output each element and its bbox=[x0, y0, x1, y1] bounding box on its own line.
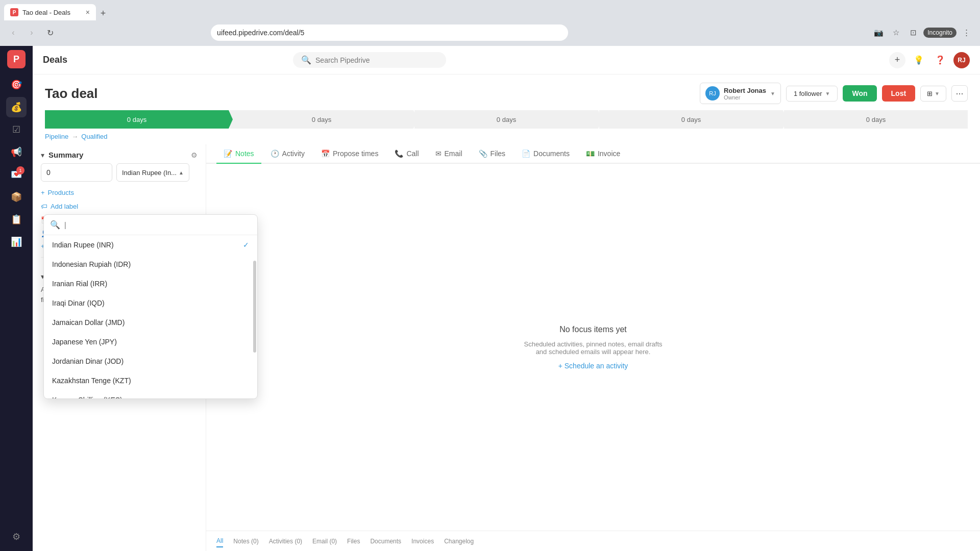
address-bar[interactable]: uifeed.pipedrive.com/deal/5 bbox=[211, 24, 568, 41]
no-focus-title: No focus items yet bbox=[559, 325, 627, 334]
notes-label: Notes bbox=[235, 149, 254, 158]
currency-item-jod[interactable]: Jordanian Dinar (JOD) bbox=[44, 352, 257, 371]
more-options-button[interactable]: ··· bbox=[951, 85, 968, 102]
summary-settings-icon[interactable]: ⚙ bbox=[191, 151, 198, 159]
tab-documents[interactable]: 📄 Documents bbox=[514, 144, 577, 164]
label-icon: 🏷 bbox=[41, 203, 47, 210]
bottom-tab-notes[interactable]: Notes (0) bbox=[233, 536, 258, 547]
star-icon[interactable]: ☆ bbox=[889, 26, 903, 40]
won-button[interactable]: Won bbox=[843, 85, 876, 102]
mail-badge: 1 bbox=[16, 166, 24, 174]
pipeline-stage-3[interactable]: 0 days bbox=[414, 110, 598, 129]
currency-item-iqd[interactable]: Iraqi Dinar (IQD) bbox=[44, 293, 257, 313]
nav-item-campaigns[interactable]: 📢 bbox=[6, 142, 27, 162]
pipeline-stage-4[interactable]: 0 days bbox=[599, 110, 783, 129]
currency-kes-label: Kenyan Shilling (KES) bbox=[52, 396, 122, 398]
nav-item-reports[interactable]: 📋 bbox=[6, 209, 27, 230]
bottom-tab-invoices[interactable]: Invoices bbox=[411, 536, 434, 547]
bottom-tab-activities[interactable]: Activities (0) bbox=[269, 536, 302, 547]
documents-icon: 📄 bbox=[522, 149, 530, 158]
nav-item-settings[interactable]: ⚙ bbox=[6, 527, 27, 547]
tab-call[interactable]: 📞 Call bbox=[387, 144, 426, 164]
add-label-link[interactable]: 🏷 Add label bbox=[41, 199, 198, 213]
owner-avatar: RJ bbox=[705, 86, 720, 101]
follower-button[interactable]: 1 follower ▼ bbox=[786, 86, 838, 102]
bottom-tab-changelog[interactable]: Changelog bbox=[444, 536, 474, 547]
nav-item-goals[interactable]: 🎯 bbox=[6, 74, 27, 95]
summary-collapse-icon[interactable]: ▾ bbox=[41, 151, 44, 159]
browser-tabs: P Tao deal - Deals × + bbox=[0, 0, 980, 20]
extension-icon[interactable]: ⊡ bbox=[906, 26, 920, 40]
tab-email[interactable]: ✉ Email bbox=[428, 144, 470, 164]
user-avatar[interactable]: RJ bbox=[953, 52, 970, 68]
currency-search-input[interactable] bbox=[64, 221, 251, 229]
currency-item-irr[interactable]: Iranian Rial (IRR) bbox=[44, 274, 257, 293]
tab-files[interactable]: 📎 Files bbox=[472, 144, 513, 164]
browser-toolbar: ‹ › ↻ uifeed.pipedrive.com/deal/5 📷 ☆ ⊡ … bbox=[0, 20, 980, 45]
global-add-button[interactable]: + bbox=[889, 52, 905, 68]
currency-jmd-label: Jamaican Dollar (JMD) bbox=[52, 318, 125, 327]
currency-inr-check-icon: ✓ bbox=[243, 241, 249, 249]
nav-item-mail[interactable]: 💌 1 bbox=[6, 164, 27, 185]
menu-icon[interactable]: ⋮ bbox=[960, 26, 974, 40]
currency-jod-label: Jordanian Dinar (JOD) bbox=[52, 357, 124, 365]
lightbulb-icon[interactable]: 💡 bbox=[911, 52, 927, 68]
far-nav: P 🎯 💰 ☑ 📢 💌 1 📦 📋 📊 ⚙ bbox=[0, 46, 33, 551]
currency-dropdown-arrow: ▲ bbox=[179, 170, 184, 176]
new-tab-button[interactable]: + bbox=[96, 6, 110, 20]
pipeline-stage-2[interactable]: 0 days bbox=[230, 110, 413, 129]
lost-button[interactable]: Lost bbox=[882, 85, 916, 102]
propose-label: Propose times bbox=[333, 149, 378, 158]
tab-notes[interactable]: 📝 Notes bbox=[216, 144, 261, 164]
pipeline-stage-1[interactable]: 0 days bbox=[45, 110, 229, 129]
breadcrumb-pipeline-link[interactable]: Pipeline bbox=[45, 133, 68, 140]
bottom-tab-documents[interactable]: Documents bbox=[370, 536, 401, 547]
summary-title: Summary bbox=[48, 151, 83, 159]
schedule-activity-link[interactable]: + Schedule an activity bbox=[558, 362, 628, 370]
documents-label: Documents bbox=[533, 149, 570, 158]
forward-button[interactable]: › bbox=[24, 26, 39, 40]
pipeline-stage-5[interactable]: 0 days bbox=[784, 110, 968, 129]
breadcrumb: Pipeline → Qualified bbox=[33, 129, 980, 144]
invoice-icon: 💵 bbox=[586, 149, 595, 158]
bottom-tab-files[interactable]: Files bbox=[347, 536, 360, 547]
close-tab-btn[interactable]: × bbox=[86, 8, 90, 16]
camera-icon[interactable]: 📷 bbox=[871, 26, 886, 40]
currency-inr-label: Indian Rupee (INR) bbox=[52, 241, 114, 249]
activity-label: Activity bbox=[282, 149, 305, 158]
grid-view-button[interactable]: ⊞ ▼ bbox=[920, 86, 946, 102]
active-tab[interactable]: P Tao deal - Deals × bbox=[4, 4, 96, 20]
tab-propose[interactable]: 📅 Propose times bbox=[314, 144, 385, 164]
nav-item-insights[interactable]: 📊 bbox=[6, 232, 27, 252]
owner-name: Robert Jonas bbox=[724, 87, 766, 94]
refresh-button[interactable]: ↻ bbox=[43, 26, 57, 40]
tab-activity[interactable]: 🕐 Activity bbox=[263, 144, 312, 164]
currency-item-idr[interactable]: Indonesian Rupiah (IDR) bbox=[44, 255, 257, 274]
follower-chevron-icon: ▼ bbox=[825, 91, 830, 96]
owner-button[interactable]: RJ Robert Jonas Owner ▼ bbox=[700, 83, 781, 104]
app-logo[interactable]: P bbox=[7, 50, 26, 68]
nav-item-products[interactable]: 📦 bbox=[6, 187, 27, 207]
bottom-tab-email[interactable]: Email (0) bbox=[312, 536, 337, 547]
back-button[interactable]: ‹ bbox=[6, 26, 20, 40]
browser-chrome: P Tao deal - Deals × + ‹ › ↻ uifeed.pipe… bbox=[0, 0, 980, 46]
search-input[interactable] bbox=[315, 56, 438, 64]
currency-item-kzt[interactable]: Kazakhstan Tenge (KZT) bbox=[44, 371, 257, 390]
currency-item-jpy[interactable]: Japanese Yen (JPY) bbox=[44, 332, 257, 352]
nav-item-activities[interactable]: ☑ bbox=[6, 119, 27, 140]
add-products-link[interactable]: + Products bbox=[41, 186, 198, 199]
breadcrumb-current-stage[interactable]: Qualified bbox=[81, 133, 107, 140]
bottom-tab-all[interactable]: All bbox=[216, 535, 223, 547]
tab-invoice[interactable]: 💵 Invoice bbox=[579, 144, 627, 164]
currency-select[interactable]: Indian Rupee (In... ▲ bbox=[116, 163, 189, 182]
deal-title: Tao deal bbox=[45, 86, 98, 102]
activity-icon: 🕐 bbox=[271, 149, 279, 158]
amount-input[interactable] bbox=[41, 163, 112, 182]
nav-item-deals[interactable]: 💰 bbox=[6, 97, 27, 117]
search-bar[interactable]: 🔍 bbox=[293, 52, 446, 68]
help-icon[interactable]: ❓ bbox=[932, 52, 948, 68]
dropdown-search-area: 🔍 bbox=[44, 215, 257, 235]
currency-item-inr[interactable]: Indian Rupee (INR) ✓ bbox=[44, 235, 257, 255]
currency-item-jmd[interactable]: Jamaican Dollar (JMD) bbox=[44, 313, 257, 332]
currency-item-kes[interactable]: Kenyan Shilling (KES) bbox=[44, 390, 257, 398]
